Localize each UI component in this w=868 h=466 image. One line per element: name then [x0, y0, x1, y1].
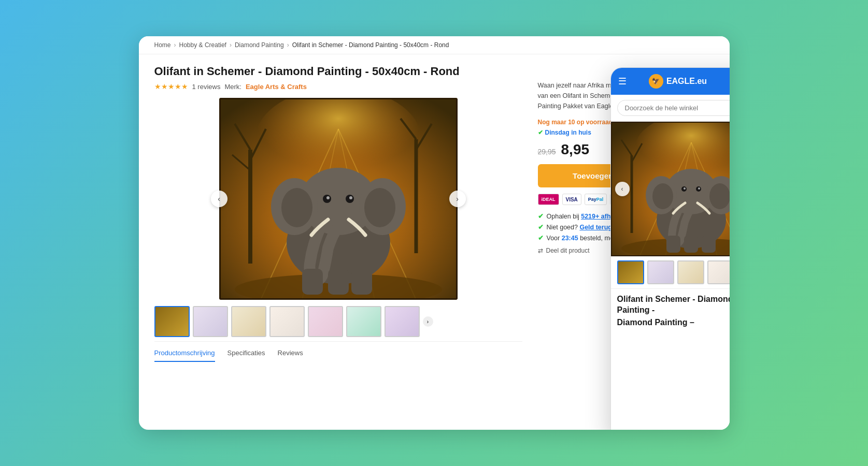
new-price: 8,95 [561, 141, 590, 158]
svg-point-43 [684, 187, 686, 190]
visa-icon: VISA [562, 194, 581, 205]
mobile-product-title-cont: Diamond Painting – [611, 318, 730, 327]
svg-rect-19 [351, 269, 372, 295]
money-back-link[interactable]: Geld terug! [579, 224, 614, 231]
svg-point-40 [709, 183, 730, 209]
breadcrumb-home[interactable]: Home [154, 41, 171, 49]
star-rating: ★★★★★ [154, 82, 188, 91]
mobile-logo: 🦅 EAGLE.eu [649, 74, 707, 89]
breadcrumb-sep-2: › [230, 41, 232, 49]
breadcrumb-sep-3: › [287, 41, 289, 49]
prev-image-button[interactable]: ‹ [211, 191, 227, 207]
mobile-product-title: Olifant in Schemer - Diamond Painting - [611, 289, 730, 318]
svg-point-10 [281, 188, 312, 227]
order-time: 23:45 [562, 235, 578, 242]
breadcrumb-hobby[interactable]: Hobby & Creatief [179, 41, 226, 49]
ideal-icon: iDEAL [538, 194, 559, 205]
delivery-check-icon-2: ✔ [538, 234, 544, 242]
svg-point-16 [349, 196, 352, 199]
share-icon: ⇄ [538, 247, 543, 254]
mobile-thumb-4[interactable] [707, 260, 730, 284]
share-label: Deel dit product [546, 247, 590, 254]
svg-rect-17 [302, 269, 323, 295]
svg-point-38 [652, 183, 673, 209]
next-image-button[interactable]: › [449, 191, 466, 207]
delivery-check-icon: ✔ [538, 129, 543, 136]
main-product-image [219, 98, 458, 300]
breadcrumb-category[interactable]: Diamond Painting [235, 41, 284, 49]
svg-rect-45 [666, 236, 680, 253]
mobile-header: ☰ 🦅 EAGLE.eu 👤 ▾ 🛒 [611, 68, 730, 95]
breadcrumb: Home › Hobby & Creatief › Diamond Painti… [139, 36, 730, 54]
desktop-card: Home › Hobby & Creatief › Diamond Painti… [139, 36, 730, 430]
thumbnail-strip: › [154, 306, 522, 337]
thumbnail-2[interactable] [193, 306, 228, 337]
brand-name[interactable]: Eagle Arts & Crafts [246, 83, 307, 91]
breadcrumb-sep-1: › [174, 41, 176, 49]
review-count: 1 reviews [192, 83, 221, 91]
thumbnails-next-arrow[interactable]: › [423, 316, 433, 327]
mobile-thumbnails [611, 256, 730, 289]
thumbnail-6[interactable] [346, 306, 381, 337]
svg-rect-18 [328, 269, 349, 295]
pickup-check-icon: ✔ [538, 212, 544, 220]
mobile-prev-button[interactable]: ‹ [615, 182, 630, 196]
mobile-search-bar: 🔍 [611, 95, 730, 122]
tab-productomschrijving[interactable]: Productomschrijving [154, 349, 215, 362]
old-price: 29,95 [538, 148, 556, 156]
breadcrumb-current: Olifant in Schemer - Diamond Painting - … [292, 41, 449, 49]
mobile-product-image: ‹ › [611, 122, 730, 256]
left-column: Olifant in Schemer - Diamond Painting - … [154, 65, 522, 362]
svg-point-12 [364, 188, 395, 227]
mobile-logo-text: EAGLE.eu [666, 77, 707, 86]
main-image-container: ‹ [219, 98, 458, 300]
thumbnail-5[interactable] [308, 306, 343, 337]
money-back-check-icon: ✔ [538, 223, 544, 231]
thumbnail-7[interactable] [385, 306, 420, 337]
svg-rect-47 [702, 236, 716, 253]
rating-row: ★★★★★ 1 reviews Merk: Eagle Arts & Craft… [154, 82, 522, 91]
paypal-icon: PayPal [585, 194, 607, 205]
svg-point-44 [698, 187, 700, 190]
tab-specificaties[interactable]: Specificaties [227, 349, 265, 362]
svg-rect-46 [684, 236, 698, 253]
mobile-thumb-1[interactable] [617, 260, 644, 284]
thumbnail-1[interactable] [154, 306, 190, 337]
elephant-artwork [219, 98, 458, 300]
tab-reviews[interactable]: Reviews [278, 349, 303, 362]
delivery-day: Dinsdag in huis [545, 129, 591, 136]
mobile-thumb-3[interactable] [677, 260, 704, 284]
mobile-card: ☰ 🦅 EAGLE.eu 👤 ▾ 🛒 🔍 [610, 67, 730, 430]
product-tabs: Productomschrijving Specificaties Review… [154, 341, 522, 362]
mobile-menu-icon[interactable]: ☰ [618, 76, 627, 87]
mobile-search-input[interactable] [617, 100, 730, 116]
thumbnail-4[interactable] [269, 306, 305, 337]
svg-point-15 [326, 196, 330, 199]
eagle-logo-icon: 🦅 [649, 74, 663, 89]
brand-label: Merk: [224, 83, 241, 91]
thumbnail-3[interactable] [231, 306, 266, 337]
mobile-thumb-2[interactable] [647, 260, 674, 284]
product-title: Olifant in Schemer - Diamond Painting - … [154, 65, 522, 78]
